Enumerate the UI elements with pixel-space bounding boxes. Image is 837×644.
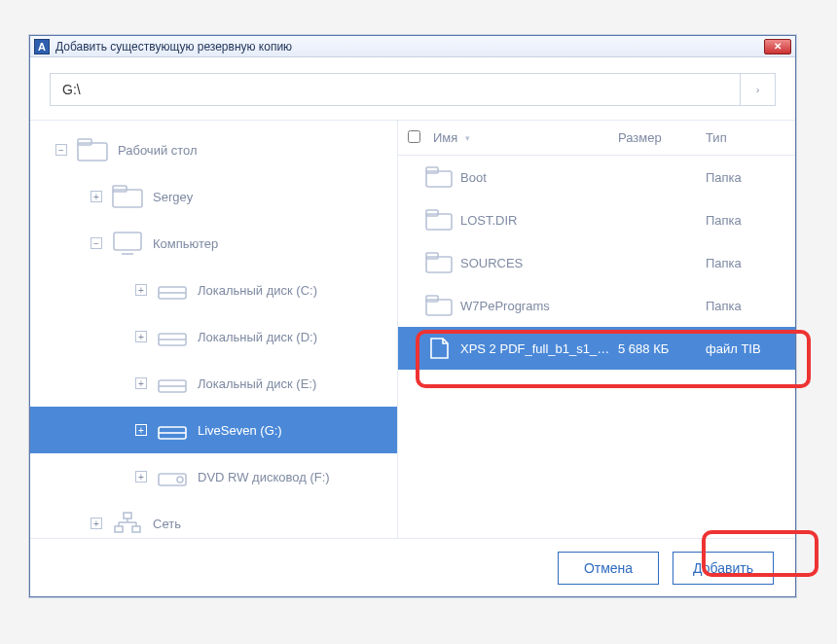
- folder-icon: [425, 166, 453, 188]
- expand-icon[interactable]: [135, 377, 147, 389]
- tree-item-drive-d[interactable]: Локальный диск (D:): [30, 313, 397, 360]
- svg-rect-1: [78, 139, 91, 145]
- drive-icon: [157, 277, 188, 303]
- tree-label: Локальный диск (E:): [198, 376, 316, 391]
- sort-caret-icon: ▾: [465, 133, 470, 143]
- select-all-checkbox[interactable]: [408, 130, 427, 146]
- tree-item-drive-g[interactable]: LiveSeven (G:): [30, 407, 397, 453]
- tree-label: Локальный диск (C:): [198, 283, 317, 298]
- column-name[interactable]: Имя ▾: [427, 130, 618, 145]
- file-list[interactable]: BootПапкаLOST.DIRПапкаSOURCESПапкаW7PePr…: [398, 156, 795, 538]
- folder-icon: [425, 295, 453, 316]
- file-size: 5 688 КБ: [618, 341, 706, 356]
- drive-icon: [157, 324, 188, 349]
- svg-rect-3: [113, 186, 127, 192]
- add-button[interactable]: Добавить: [673, 552, 774, 585]
- path-input[interactable]: [50, 73, 741, 106]
- window-title: Добавить существующую резервную копию: [55, 40, 764, 54]
- tree-label: Локальный диск (D:): [198, 330, 317, 344]
- expand-icon[interactable]: [135, 284, 147, 296]
- svg-rect-30: [426, 296, 438, 302]
- file-name: LOST.DIR: [460, 213, 618, 228]
- network-icon: [112, 511, 143, 536]
- tree-item-dvd[interactable]: DVD RW дисковод (F:): [30, 453, 397, 500]
- svg-rect-26: [426, 210, 438, 216]
- tree-label: Компьютер: [153, 236, 218, 251]
- tree-item-desktop[interactable]: Рабочий стол: [30, 126, 397, 173]
- file-list-pane: Имя ▾ Размер Тип BootПапкаLOST.DIRПапкаS…: [398, 121, 795, 538]
- dialog-client: › Рабочий стол: [30, 57, 795, 596]
- file-row[interactable]: BootПапка: [398, 156, 795, 198]
- svg-rect-28: [426, 253, 438, 259]
- expand-icon[interactable]: [135, 424, 147, 436]
- expand-icon[interactable]: [135, 471, 147, 483]
- folder-icon: [425, 252, 453, 273]
- collapse-icon[interactable]: [91, 237, 102, 249]
- file-row[interactable]: XPS 2 PDF_full_b1_s1_…5 688 КБфайл TIB: [398, 327, 795, 370]
- file-name: SOURCES: [460, 256, 618, 270]
- drive-icon: [157, 371, 188, 396]
- tree-item-computer[interactable]: Компьютер: [30, 220, 397, 267]
- svg-rect-4: [114, 233, 141, 250]
- cancel-button[interactable]: Отмена: [558, 552, 659, 585]
- close-icon[interactable]: ✕: [764, 39, 791, 54]
- drive-icon: [157, 417, 188, 443]
- tree-item-drive-e[interactable]: Локальный диск (E:): [30, 360, 397, 407]
- tree-item-drive-c[interactable]: Локальный диск (C:): [30, 267, 397, 313]
- svg-point-15: [177, 477, 183, 483]
- expand-icon[interactable]: [91, 191, 102, 202]
- tree-label: Рабочий стол: [118, 143, 198, 158]
- file-icon: [425, 338, 453, 359]
- disc-icon: [157, 464, 188, 489]
- file-type: Папка: [706, 256, 795, 270]
- file-row[interactable]: LOST.DIRПапка: [398, 198, 795, 241]
- column-size[interactable]: Размер: [618, 130, 706, 145]
- file-name: Boot: [460, 170, 618, 185]
- app-icon: A: [34, 39, 50, 54]
- tree-item-user[interactable]: Sergey: [30, 173, 397, 220]
- svg-rect-18: [132, 526, 140, 532]
- folder-icon: [77, 137, 108, 162]
- folder-tree[interactable]: Рабочий стол Sergey Комп: [30, 121, 398, 538]
- computer-icon: [112, 231, 143, 256]
- svg-rect-14: [159, 474, 186, 485]
- dialog-window: A Добавить существующую резервную копию …: [29, 35, 796, 597]
- tree-label: DVD RW дисковод (F:): [198, 470, 330, 484]
- file-row[interactable]: SOURCESПапка: [398, 241, 795, 284]
- svg-rect-24: [426, 167, 438, 173]
- column-type[interactable]: Тип: [706, 130, 795, 145]
- tree-label: LiveSeven (G:): [198, 423, 282, 438]
- file-name: XPS 2 PDF_full_b1_s1_…: [460, 341, 618, 356]
- svg-rect-17: [115, 526, 123, 532]
- path-bar: ›: [30, 57, 795, 120]
- expand-icon[interactable]: [91, 518, 102, 529]
- svg-rect-16: [124, 513, 131, 519]
- content-split: Рабочий стол Sergey Комп: [30, 120, 795, 538]
- collapse-icon[interactable]: [55, 144, 67, 156]
- expand-icon[interactable]: [135, 331, 147, 342]
- folder-icon: [425, 209, 453, 231]
- file-type: Папка: [706, 213, 795, 228]
- tree-label: Sergey: [153, 190, 193, 204]
- file-name: W7PePrograms: [460, 299, 618, 313]
- file-type: Папка: [706, 299, 795, 313]
- tree-label: Сеть: [153, 517, 181, 531]
- column-name-label: Имя: [433, 130, 457, 145]
- dialog-footer: Отмена Добавить: [30, 538, 795, 596]
- file-list-header[interactable]: Имя ▾ Размер Тип: [398, 121, 795, 156]
- path-go-button[interactable]: ›: [741, 73, 776, 106]
- file-type: Папка: [706, 170, 795, 185]
- file-row[interactable]: W7PeProgramsПапка: [398, 284, 795, 327]
- tree-item-network[interactable]: Сеть: [30, 500, 397, 538]
- folder-icon: [112, 184, 143, 209]
- file-type: файл TIB: [706, 341, 795, 356]
- titlebar[interactable]: A Добавить существующую резервную копию …: [30, 36, 795, 57]
